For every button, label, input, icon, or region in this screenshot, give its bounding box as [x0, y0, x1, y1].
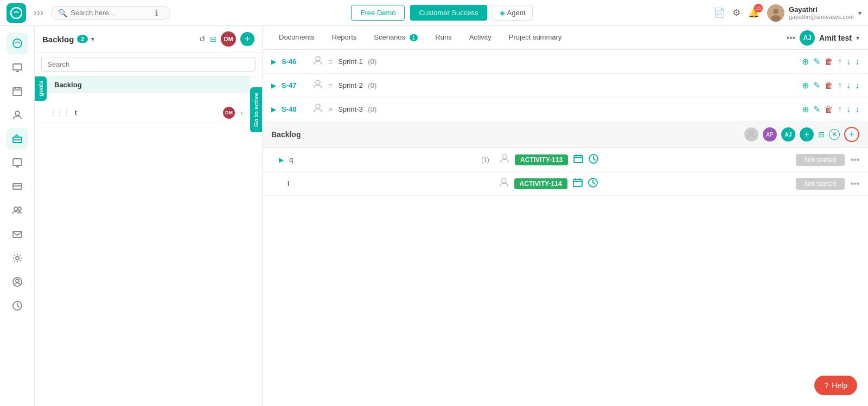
add-avatar-btn[interactable]: + — [800, 127, 814, 141]
tab-activity[interactable]: Activity — [462, 28, 499, 48]
sprint-1-hamburger[interactable]: ≡ — [328, 57, 333, 66]
expand-dots-btn[interactable]: ››› — [31, 6, 46, 20]
sidebar-icon-clock[interactable] — [7, 295, 28, 317]
sprint-2-hamburger[interactable]: ≡ — [328, 81, 333, 90]
info-icon[interactable]: ℹ — [155, 9, 158, 17]
help-button[interactable]: ? Help — [814, 376, 857, 395]
more-options-btn[interactable]: ••• — [786, 33, 795, 43]
sprint-2-download-btn[interactable]: ↓ — [846, 81, 851, 91]
task-1-status[interactable]: Not started — [796, 154, 845, 166]
tab-bar: Documents Reports Scenarios 1 Runs Activ… — [263, 26, 868, 50]
sprint-3-edit-btn[interactable]: ✎ — [813, 104, 820, 114]
user-text: Gayathri gayathri@snovasys.com — [789, 5, 854, 20]
sprint-3-download-btn[interactable]: ↓ — [846, 105, 851, 114]
sprint-3-id[interactable]: S-48 — [282, 105, 308, 113]
task-2-ellipsis[interactable]: ••• — [850, 179, 859, 189]
customer-success-button[interactable]: Customer Success — [410, 5, 487, 21]
sprint-1-expand[interactable]: ▶ — [271, 58, 276, 66]
backlog-close-filter[interactable]: ✕ — [829, 129, 840, 140]
go-to-active-tab[interactable]: Go to active — [250, 87, 262, 132]
sprint-2-expand2-btn[interactable]: ↓ — [855, 81, 859, 91]
notification-bell[interactable]: 🔔 15 — [748, 7, 760, 18]
sprint-3-expand[interactable]: ▶ — [271, 106, 276, 113]
tab-reports[interactable]: Reports — [324, 28, 365, 48]
goals-row: goals Backlog — [35, 76, 250, 103]
sidebar-subitem-t[interactable]: ⋮⋮⋮ t DM › — [35, 103, 250, 123]
sidebar-item-backlog[interactable]: Backlog — [47, 76, 250, 93]
goals-tab[interactable]: goals — [35, 76, 47, 101]
sprint-1-download-btn[interactable]: ↓ — [846, 57, 851, 67]
user-name: Gayathri — [789, 5, 854, 14]
sidebar-icon-briefcase[interactable] — [7, 128, 28, 150]
tab-project-summary[interactable]: Project summary — [501, 28, 570, 48]
filter-button[interactable]: ⊟ — [210, 35, 216, 43]
task-2-badge: ACTIVITY-114 — [514, 178, 567, 189]
sprint-2-delete-btn[interactable]: 🗑 — [825, 81, 833, 91]
backlog-filter-icon[interactable]: ⊟ — [818, 130, 825, 139]
project-dropdown-arrow[interactable]: ▾ — [856, 34, 859, 42]
sidebar-icon-home[interactable] — [7, 33, 28, 54]
sprint-2-add-btn[interactable]: ⊕ — [802, 80, 809, 91]
sidebar-icon-calendar[interactable] — [7, 80, 28, 102]
sprint-1-add-btn[interactable]: ⊕ — [802, 56, 809, 67]
add-backlog-button[interactable]: + — [240, 32, 254, 46]
sprint-3-hamburger[interactable]: ≡ — [328, 105, 333, 114]
svg-point-0 — [11, 8, 22, 18]
sprint-2-name: Sprint-2 (0) — [338, 81, 796, 89]
free-demo-button[interactable]: Free Demo — [351, 5, 405, 21]
sidebar-icon-tv[interactable] — [7, 56, 28, 78]
arrow-right-icon[interactable]: › — [240, 109, 242, 117]
sprint-1-id[interactable]: S-46 — [282, 57, 308, 66]
sprint-2-upload-btn[interactable]: ↑ — [838, 81, 842, 91]
task-2-clock[interactable] — [588, 178, 598, 190]
sprint-3-expand2-btn[interactable]: ↓ — [855, 105, 859, 114]
second-sidebar-header: Backlog 2 ▾ ↺ ⊟ DM + — [35, 26, 262, 53]
sprint-3-upload-btn[interactable]: ↑ — [838, 105, 842, 114]
task-1-ellipsis[interactable]: ••• — [850, 155, 859, 165]
gear-icon[interactable]: ⚙ — [732, 7, 741, 18]
app-logo[interactable] — [7, 3, 26, 23]
sprint-1-upload-btn[interactable]: ↑ — [838, 57, 842, 67]
tab-scenarios[interactable]: Scenarios 1 — [366, 28, 425, 48]
user-info-section[interactable]: Gayathri gayathri@snovasys.com ▾ — [767, 4, 861, 22]
svg-point-27 — [316, 56, 320, 61]
scenarios-badge: 1 — [410, 34, 418, 41]
task-1-expand[interactable]: ▶ — [279, 156, 284, 164]
global-search-input[interactable] — [71, 9, 152, 17]
tab-runs[interactable]: Runs — [427, 28, 459, 48]
sprint-3-delete-btn[interactable]: 🗑 — [825, 105, 833, 114]
sidebar-icon-person[interactable] — [7, 104, 28, 126]
sidebar-icon-team[interactable] — [7, 199, 28, 221]
svg-point-20 — [14, 207, 17, 210]
task-1-clock[interactable] — [589, 154, 598, 166]
sprint-2-id[interactable]: S-47 — [282, 81, 308, 89]
refresh-button[interactable]: ↺ — [199, 35, 206, 43]
svg-point-4 — [13, 39, 22, 48]
backlog-dropdown-arrow[interactable]: ▾ — [91, 35, 94, 43]
sprint-2-edit-btn[interactable]: ✎ — [813, 80, 820, 91]
sidebar-search-input[interactable] — [41, 57, 256, 72]
document-icon[interactable]: 📄 — [713, 7, 725, 18]
sidebar-icon-monitor[interactable] — [7, 152, 28, 173]
dm-avatar: DM — [221, 31, 236, 47]
sprint-1-edit-btn[interactable]: ✎ — [813, 56, 820, 67]
sprint-2-actions: ⊕ ✎ 🗑 ↑ ↓ ↓ — [802, 80, 859, 91]
sprint-1-expand2-btn[interactable]: ↓ — [855, 57, 859, 67]
tab-documents[interactable]: Documents — [271, 28, 322, 48]
user-dropdown-arrow[interactable]: ▾ — [858, 9, 861, 17]
sidebar-icon-settings[interactable] — [7, 247, 28, 269]
task-2-name: l — [288, 179, 475, 188]
sidebar-icon-user-circle[interactable] — [7, 271, 28, 293]
add-backlog-task-btn[interactable]: + — [844, 127, 859, 142]
backlog-title-wrap: Backlog 2 ▾ — [42, 35, 94, 44]
task-1-calendar[interactable] — [573, 154, 583, 166]
sidebar-icon-card[interactable] — [7, 176, 28, 197]
task-2-status[interactable]: Not started — [796, 178, 845, 190]
task-2-calendar[interactable] — [573, 178, 583, 190]
sprint-3-add-btn[interactable]: ⊕ — [802, 104, 809, 114]
svg-rect-32 — [574, 156, 583, 163]
sprint-1-delete-btn[interactable]: 🗑 — [825, 57, 833, 67]
agent-button[interactable]: ◈ Agent — [493, 5, 533, 21]
sprint-2-expand[interactable]: ▶ — [271, 82, 276, 89]
sidebar-icon-mail[interactable] — [7, 223, 28, 245]
